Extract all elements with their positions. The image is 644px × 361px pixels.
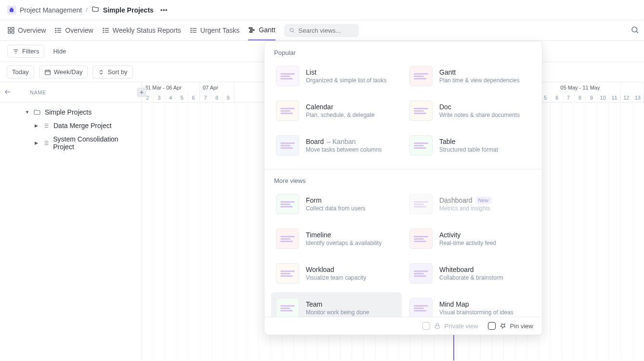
svg-rect-2 <box>8 27 11 30</box>
tree-child-0[interactable]: ▶ Data Merge Project <box>0 119 142 132</box>
breadcrumb-more[interactable]: ••• <box>160 6 168 14</box>
tab-label: Overview <box>18 26 46 34</box>
add-column-button[interactable] <box>137 88 146 97</box>
view-card-whiteboard[interactable]: WhiteboardCollaborate & brainstorm <box>405 258 535 289</box>
lock-icon <box>434 322 441 329</box>
view-thumb-icon <box>409 229 433 249</box>
view-title: Activity <box>439 231 530 239</box>
list-icon <box>42 139 49 147</box>
view-desc: Structured table format <box>439 146 530 153</box>
search-icon-right[interactable] <box>631 26 639 36</box>
svg-point-23 <box>191 32 191 32</box>
view-desc: Metrics and insights <box>439 205 530 212</box>
tab-overview-list[interactable]: Overview <box>54 20 93 40</box>
week-label: 07 Apr <box>200 82 234 92</box>
view-title: Doc <box>439 103 530 111</box>
tree-root[interactable]: ▼ Simple Projects <box>0 105 142 119</box>
view-desc: Visualize team capacity <box>306 274 397 281</box>
gantt-sidebar: NAME ▼ Simple Projects ▶ Data Merge Proj… <box>0 82 142 361</box>
tab-label: Gantt <box>259 26 275 34</box>
view-thumb-icon <box>276 263 299 284</box>
list-icon <box>42 122 50 129</box>
popup-footer: Private view Pin view <box>264 317 542 335</box>
weekday-button[interactable]: Week/Day <box>39 65 88 78</box>
today-button[interactable]: Today <box>7 65 34 78</box>
view-card-activity[interactable]: ActivityReal-time activity feed <box>405 223 535 255</box>
view-title: Table <box>439 138 530 145</box>
search-input[interactable] <box>299 27 354 34</box>
tab-label: Weekly Status Reports <box>113 26 181 34</box>
view-thumb-icon <box>276 135 299 155</box>
view-title: Mind Map <box>439 300 530 308</box>
view-title: Whiteboard <box>439 266 530 273</box>
section-more: More views <box>264 169 542 188</box>
svg-point-11 <box>55 32 56 32</box>
tree-child-1[interactable]: ▶ System Consolidation Project <box>0 132 142 154</box>
tab-overview-grid[interactable]: Overview <box>7 20 46 40</box>
svg-rect-34 <box>45 70 50 74</box>
collapse-sidebar-icon[interactable] <box>4 88 12 97</box>
filters-button[interactable]: Filters <box>7 45 44 58</box>
view-desc: Plan, schedule, & delegate <box>306 112 397 118</box>
workspace-icon <box>7 6 16 14</box>
view-thumb-icon <box>276 66 299 86</box>
tab-weekly-status[interactable]: Weekly Status Reports <box>102 20 181 40</box>
svg-rect-24 <box>249 27 252 28</box>
svg-point-21 <box>191 28 191 28</box>
gantt-name-header: NAME <box>0 82 142 103</box>
svg-point-9 <box>55 28 56 28</box>
breadcrumb-workspace[interactable]: Project Management <box>20 6 82 14</box>
view-thumb-icon <box>409 194 433 214</box>
view-desc: Real-time activity feed <box>439 240 530 246</box>
svg-point-27 <box>290 28 293 32</box>
private-view-toggle[interactable]: Private view <box>422 322 478 330</box>
svg-rect-47 <box>435 325 439 328</box>
tabs-bar: Overview Overview Weekly Status Reports … <box>0 20 644 41</box>
svg-line-30 <box>636 31 638 33</box>
view-card-workload[interactable]: WorkloadVisualize team capacity <box>271 258 402 289</box>
view-desc: Monitor work being done <box>306 309 397 316</box>
caret-right-icon: ▶ <box>35 141 38 145</box>
tab-label: Overview <box>65 26 93 34</box>
tab-urgent-tasks[interactable]: Urgent Tasks <box>190 20 239 40</box>
sortby-button[interactable]: Sort by <box>92 65 132 78</box>
view-card-table[interactable]: TableStructured table format <box>405 129 535 161</box>
view-card-dashboard[interactable]: DashboardNewMetrics and insights <box>405 188 535 220</box>
svg-rect-1 <box>11 8 13 9</box>
view-desc: Collaborate & brainstorm <box>439 274 530 281</box>
folder-icon <box>33 108 41 116</box>
view-card-board[interactable]: Board – KanbanMove tasks between columns <box>271 129 402 161</box>
hide-button[interactable]: Hide <box>53 48 66 55</box>
svg-point-29 <box>632 27 637 32</box>
search-icon <box>289 27 295 34</box>
view-card-timeline[interactable]: TimelineIdentify overlaps & availability <box>271 223 402 255</box>
view-thumb-icon <box>276 298 299 317</box>
section-popular: Popular <box>264 41 542 60</box>
svg-rect-25 <box>250 29 254 30</box>
folder-icon <box>92 5 99 14</box>
view-card-team[interactable]: TeamMonitor work being done <box>271 292 402 317</box>
gantt-tree: ▼ Simple Projects ▶ Data Merge Project ▶… <box>0 103 142 154</box>
svg-line-28 <box>293 31 294 32</box>
view-thumb-icon <box>276 229 299 249</box>
new-badge: New <box>475 196 492 204</box>
svg-rect-0 <box>10 9 13 12</box>
tab-gantt[interactable]: Gantt <box>248 20 275 40</box>
view-card-mind-map[interactable]: Mind MapVisual brainstorming of ideas <box>405 292 535 317</box>
view-card-list[interactable]: ListOrganized & simple list of tasks <box>271 60 402 92</box>
breadcrumb: Project Management / Simple Projects ••• <box>0 0 644 20</box>
view-card-form[interactable]: FormCollect data from users <box>271 188 402 220</box>
breadcrumb-sep: / <box>86 6 88 13</box>
breadcrumb-folder[interactable]: Simple Projects <box>103 6 154 14</box>
tab-label: Urgent Tasks <box>200 26 239 34</box>
pin-view-toggle[interactable]: Pin view <box>488 322 533 330</box>
view-title: Gantt <box>439 68 530 76</box>
view-desc: Organized & simple list of tasks <box>306 77 397 84</box>
svg-rect-5 <box>12 31 14 33</box>
view-card-gantt[interactable]: GanttPlan time & view dependencies <box>405 60 535 92</box>
search-views[interactable] <box>284 24 359 37</box>
view-card-doc[interactable]: DocWrite notes & share documents <box>405 95 535 127</box>
caret-down-icon: ▼ <box>25 110 29 115</box>
view-card-calendar[interactable]: CalendarPlan, schedule, & delegate <box>271 95 402 127</box>
view-title: Timeline <box>306 231 397 239</box>
